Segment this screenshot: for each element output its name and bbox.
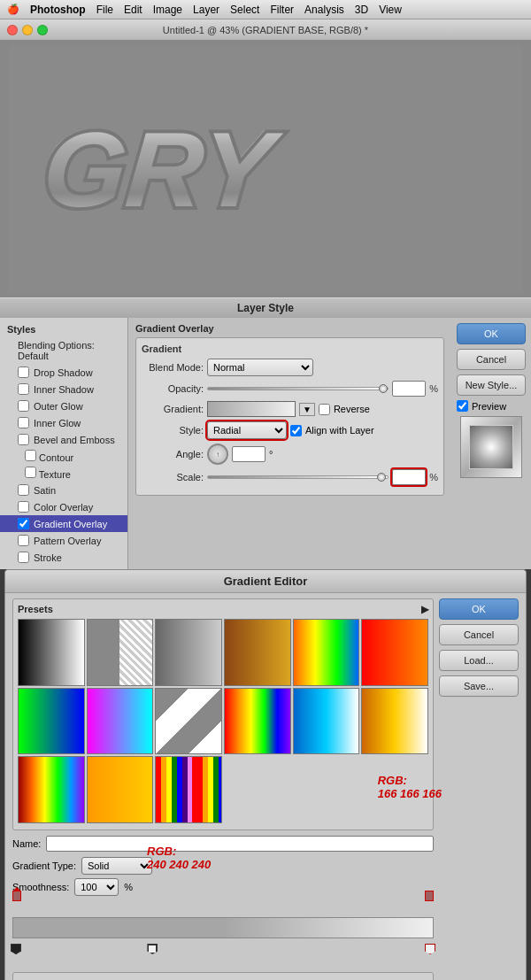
maximize-button[interactable] [37, 25, 48, 35]
smoothness-percent: % [124, 882, 133, 892]
ge-save-button[interactable]: Save... [439, 675, 519, 697]
sidebar-item-texture[interactable]: Texture [0, 465, 127, 482]
gradient-editor-right: OK Cancel Load... Save... [439, 598, 519, 980]
cancel-button[interactable]: Cancel [457, 349, 526, 370]
left-opacity-stop[interactable] [12, 891, 21, 901]
scale-slider[interactable] [207, 475, 389, 479]
left-color-stop[interactable] [11, 944, 21, 954]
outer-glow-checkbox[interactable] [18, 400, 29, 412]
sidebar-item-pattern-overlay[interactable]: Pattern Overlay [0, 532, 127, 549]
new-style-button[interactable]: New Style... [457, 374, 526, 396]
align-layer-checkbox[interactable] [290, 425, 302, 436]
reverse-label: Reverse [334, 404, 370, 414]
texture-checkbox[interactable] [25, 467, 36, 478]
preset-bw[interactable] [18, 619, 85, 686]
preset-color9[interactable] [361, 688, 428, 755]
preset-color3[interactable] [361, 619, 428, 686]
sidebar-item-blending[interactable]: Blending Options: Default [0, 337, 127, 364]
titlebar: Untitled-1 @ 43% (GRADIENT BASE, RGB/8) … [0, 19, 531, 41]
style-select[interactable]: Radial [207, 421, 287, 439]
preset-color4[interactable] [18, 688, 85, 755]
presets-expand-icon[interactable]: ▶ [421, 604, 428, 615]
align-layer-label: Align with Layer [305, 425, 374, 436]
menu-3d[interactable]: 3D [355, 4, 368, 16]
ge-cancel-button[interactable]: Cancel [439, 624, 519, 645]
canvas-area: GRY GRY GRY GRY [0, 41, 531, 297]
menu-file[interactable]: File [96, 4, 113, 16]
preset-color2[interactable] [293, 619, 360, 686]
menu-view[interactable]: View [379, 4, 402, 16]
satin-label: Satin [34, 485, 56, 496]
scale-row: Scale: 150 % [142, 469, 438, 485]
opacity-input[interactable]: 100 [392, 381, 426, 397]
preview-row: Preview [457, 400, 526, 412]
menu-image[interactable]: Image [153, 4, 182, 16]
smoothness-select[interactable]: 100 [74, 878, 119, 896]
right-opacity-stop[interactable] [425, 891, 434, 901]
close-button[interactable] [7, 25, 18, 35]
ok-button[interactable]: OK [457, 323, 526, 344]
sidebar-item-outer-glow[interactable]: Outer Glow [0, 397, 127, 414]
gradient-overlay-checkbox[interactable] [18, 518, 29, 529]
pattern-overlay-checkbox[interactable] [18, 535, 29, 546]
menu-edit[interactable]: Edit [124, 4, 142, 16]
right-panel: Gradient Overlay Gradient Blend Mode: No… [128, 318, 451, 569]
apple-icon[interactable]: 🍎 [7, 4, 19, 15]
preset-color7[interactable] [224, 688, 291, 755]
preset-trans[interactable] [87, 619, 154, 686]
preset-color11[interactable] [87, 756, 154, 823]
preset-grey[interactable] [155, 619, 222, 686]
gradient-editor-left: Presets ▶ [12, 598, 434, 980]
menu-layer[interactable]: Layer [193, 4, 219, 16]
angle-dial[interactable]: ↑ [207, 444, 228, 465]
stroke-checkbox[interactable] [18, 552, 29, 563]
preset-color8[interactable] [293, 688, 360, 755]
gradient-swatch[interactable] [207, 401, 296, 417]
middle-color-stop[interactable] [147, 944, 158, 954]
sidebar-item-bevel-emboss[interactable]: Bevel and Emboss [0, 431, 127, 448]
menu-filter[interactable]: Filter [270, 4, 294, 16]
sidebar-item-gradient-overlay[interactable]: Gradient Overlay [0, 515, 127, 532]
gradient-arrow-icon[interactable]: ▼ [299, 403, 315, 416]
preset-color10[interactable] [18, 756, 85, 823]
right-color-stop[interactable] [425, 944, 435, 954]
sidebar-item-inner-shadow[interactable]: Inner Shadow [0, 381, 127, 397]
gradient-bar[interactable] [12, 917, 434, 938]
preset-color5[interactable] [87, 688, 154, 755]
sidebar-item-color-overlay[interactable]: Color Overlay [0, 498, 127, 515]
presets-title: Presets ▶ [18, 604, 428, 615]
drop-shadow-checkbox[interactable] [18, 367, 29, 378]
color-overlay-checkbox[interactable] [18, 501, 29, 513]
preset-color12[interactable] [155, 756, 222, 823]
blend-mode-label: Blend Mode: [142, 362, 204, 373]
sidebar-item-satin[interactable]: Satin [0, 482, 127, 498]
reverse-checkbox[interactable] [319, 404, 330, 415]
inner-glow-checkbox[interactable] [18, 417, 29, 428]
menu-select[interactable]: Select [230, 4, 259, 16]
menu-analysis[interactable]: Analysis [304, 4, 344, 16]
preset-color6[interactable] [155, 688, 222, 755]
gradient-editor: Gradient Editor Presets ▶ [4, 569, 527, 980]
sidebar-item-stroke[interactable]: Stroke [0, 549, 127, 566]
name-input[interactable]: Custom [46, 836, 434, 852]
ge-ok-button[interactable]: OK [439, 598, 519, 620]
opacity-slider[interactable] [207, 387, 389, 390]
ge-load-button[interactable]: Load... [439, 650, 519, 671]
ge-smoothness-row: Smoothness: 100 % [12, 878, 434, 896]
presets-label: Presets [18, 604, 53, 615]
sidebar-item-drop-shadow[interactable]: Drop Shadow [0, 364, 127, 381]
minimize-button[interactable] [22, 25, 33, 35]
opacity-label: Opacity: [142, 383, 204, 394]
blend-mode-select[interactable]: Normal [207, 359, 313, 376]
bevel-emboss-checkbox[interactable] [18, 434, 29, 445]
preset-color1[interactable] [224, 619, 291, 686]
satin-checkbox[interactable] [18, 484, 29, 496]
sidebar-item-inner-glow[interactable]: Inner Glow [0, 414, 127, 431]
sidebar-item-contour[interactable]: Contour [0, 448, 127, 465]
inner-shadow-checkbox[interactable] [18, 383, 29, 395]
type-select[interactable]: Solid [81, 857, 152, 875]
preview-checkbox[interactable] [457, 400, 468, 412]
scale-input[interactable]: 150 [392, 469, 426, 485]
angle-input[interactable]: 90 [232, 446, 266, 462]
contour-checkbox[interactable] [25, 450, 36, 461]
